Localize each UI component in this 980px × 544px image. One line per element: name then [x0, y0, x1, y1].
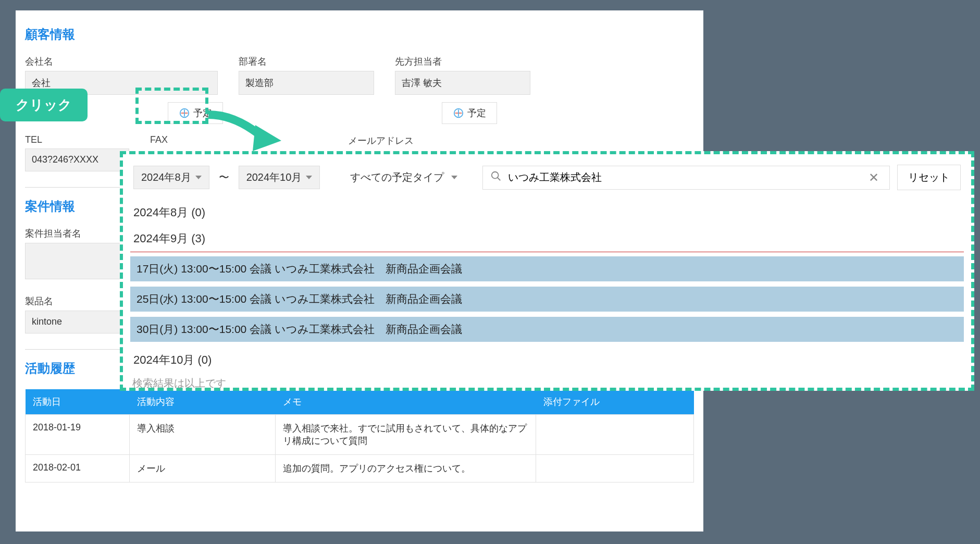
svg-line-4 [498, 177, 501, 180]
fax-label: FAX [150, 134, 254, 145]
search-icon [490, 170, 502, 185]
table-cell-attachment [536, 455, 694, 483]
table-cell-date: 2018-01-19 [26, 415, 130, 455]
svg-point-3 [492, 171, 499, 178]
search-input[interactable] [508, 171, 859, 183]
schedule-icon [179, 107, 190, 119]
month-group-header[interactable]: 2024年10月 (0) [130, 347, 964, 373]
tel-label: TEL [25, 134, 129, 145]
table-cell-content: メール [130, 455, 276, 483]
schedule-icon [453, 107, 464, 119]
dept-value: 製造部 [239, 71, 374, 95]
results-panel: 2024年8月 〜 2024年10月 すべての予定タイプ ✕ リセット 2024… [120, 151, 974, 391]
event-row[interactable]: 17日(火) 13:00〜15:00 会議 いつみ工業株式会社 新商品企画会議 [130, 256, 964, 281]
type-select[interactable]: すべての予定タイプ [343, 166, 465, 189]
type-select-label: すべての予定タイプ [350, 170, 444, 184]
customer-row-1: 会社名 会社 予定 部署名 製造部 先方担当者 吉澤 敏夫 [25, 55, 694, 124]
contact-value: 吉澤 敏夫 [395, 71, 530, 95]
schedule-button-label: 予定 [467, 107, 486, 119]
table-row: 2018-02-01メール追加の質問。アプリのアクセス権について。 [26, 455, 694, 483]
clear-search-icon[interactable]: ✕ [865, 170, 882, 185]
chevron-down-icon [306, 176, 312, 179]
activity-table: 活動日 活動内容 メモ 添付ファイル 2018-01-19導入相談導入相談で来社… [25, 389, 694, 483]
event-row[interactable]: 30日(月) 13:00〜15:00 会議 いつみ工業株式会社 新商品企画会議 [130, 317, 964, 342]
month-group-header[interactable]: 2024年8月 (0) [130, 200, 964, 226]
search-input-wrap: ✕ [482, 166, 890, 190]
activity-header-date: 活動日 [26, 389, 130, 415]
chevron-down-icon [195, 176, 202, 179]
results-body: 2024年8月 (0)2024年9月 (3)17日(火) 13:00〜15:00… [130, 200, 964, 393]
event-row[interactable]: 25日(水) 13:00〜15:00 会議 いつみ工業株式会社 新商品企画会議 [130, 287, 964, 312]
contact-label: 先方担当者 [395, 55, 530, 68]
search-end-message: 検索結果は以上です [130, 373, 964, 393]
date-from-label: 2024年8月 [141, 170, 191, 184]
reset-button[interactable]: リセット [897, 165, 961, 190]
mail-label: メールアドレス [348, 134, 515, 147]
today-line [130, 252, 964, 252]
table-cell-date: 2018-02-01 [26, 455, 130, 483]
schedule-button-contact[interactable]: 予定 [442, 102, 497, 124]
chevron-down-icon [451, 176, 457, 179]
table-row: 2018-01-19導入相談導入相談で来社。すでに試用もされていて、具体的なアプ… [26, 415, 694, 455]
schedule-button-label: 予定 [193, 107, 212, 119]
search-bar: 2024年8月 〜 2024年10月 すべての予定タイプ ✕ リセット [130, 159, 964, 200]
table-cell-memo: 導入相談で来社。すでに試用もされていて、具体的なアプリ構成について質問 [276, 415, 536, 455]
tilde-separator: 〜 [217, 170, 231, 184]
date-to-label: 2024年10月 [246, 170, 302, 184]
click-callout: クリック [0, 89, 88, 121]
date-from-select[interactable]: 2024年8月 [133, 166, 209, 189]
schedule-button-company[interactable]: 予定 [168, 102, 223, 124]
month-group-header[interactable]: 2024年9月 (3) [130, 226, 964, 252]
date-to-select[interactable]: 2024年10月 [239, 166, 320, 189]
dept-label: 部署名 [239, 55, 374, 68]
table-cell-attachment [536, 415, 694, 455]
table-cell-content: 導入相談 [130, 415, 276, 455]
tel-value: 043?246?XXXX [25, 149, 129, 171]
table-cell-memo: 追加の質問。アプリのアクセス権について。 [276, 455, 536, 483]
customer-section-title: 顧客情報 [25, 26, 694, 43]
company-label: 会社名 [25, 55, 218, 68]
